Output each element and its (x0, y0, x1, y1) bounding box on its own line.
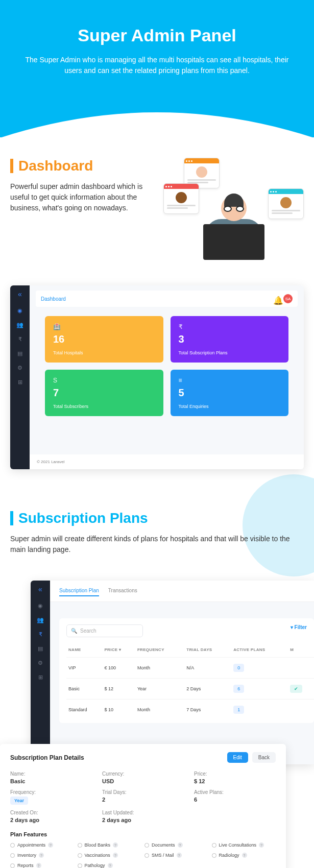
help-icon[interactable]: ? (113, 853, 118, 858)
filter-button[interactable]: ▾ Filter (291, 624, 307, 637)
tab-subscription-plan[interactable]: Subscription Plan (59, 586, 99, 596)
stat-label: Total Subscribers (53, 404, 155, 409)
notification-icon[interactable]: 🔔 (273, 296, 279, 302)
features-title: Plan Features (10, 831, 276, 837)
table-row[interactable]: Standard $ 10 Month 7 Days 1 (66, 700, 314, 720)
cell-name: Standard (66, 700, 102, 720)
feature-pathology: Pathology? (78, 863, 142, 868)
sidebar-item-settings[interactable]: ⚙ (16, 364, 23, 371)
sidebar-collapse-icon[interactable]: « (16, 291, 23, 298)
sidebar-item-dashboard[interactable]: ◉ (16, 307, 23, 314)
sidebar-item-settings[interactable]: ⚙ (37, 659, 44, 666)
label-name: Name: (10, 771, 92, 777)
label-frequency: Frequency: (10, 789, 92, 795)
value-price: $ 12 (194, 778, 276, 784)
sidebar-item-more[interactable]: ⊞ (37, 673, 44, 681)
hero-curve (0, 107, 314, 138)
breadcrumb-link[interactable]: Dashboard (41, 296, 66, 302)
feature-appointments: Appointments? (10, 842, 75, 848)
section-accent-bar (10, 511, 13, 525)
section-title-dashboard: Dashboard (18, 158, 93, 174)
stat-hospitals[interactable]: 🏥 16 Total Hospitals (45, 316, 163, 363)
help-icon[interactable]: ? (259, 842, 264, 848)
stat-label: Total Subscription Plans (179, 350, 281, 355)
table-row[interactable]: VIP € 100 Month N/A 0 (66, 658, 314, 679)
stat-plans[interactable]: ₹ 3 Total Subscription Plans (171, 316, 289, 363)
label-trial: Trial Days: (102, 789, 184, 795)
sidebar: « ◉ 👥 ₹ ▤ ⚙ ⊞ (10, 285, 30, 469)
feature-live-consultations: Live Consultations? (212, 842, 276, 848)
back-button[interactable]: Back (252, 752, 276, 763)
cell-price: $ 10 (102, 700, 135, 720)
help-icon[interactable]: ? (108, 863, 113, 868)
app-footer: © 2021 Laravel (30, 454, 304, 469)
value-frequency: Year (10, 797, 92, 805)
stat-enquiries[interactable]: ≡ 5 Total Enquiries (171, 370, 289, 416)
sidebar-item-plans[interactable]: ₹ (16, 335, 23, 343)
sidebar-item-list[interactable]: ▤ (16, 350, 23, 357)
plans-app-window: « ◉ 👥 ₹ ▤ ⚙ ⊞ Subscription Plan Transact… (31, 581, 314, 764)
sidebar-item-list[interactable]: ▤ (37, 645, 44, 652)
user-avatar[interactable]: SA (283, 294, 293, 303)
sidebar-item-plans[interactable]: ₹ (37, 631, 44, 638)
col-active[interactable]: ACTIVE PLANS (231, 642, 288, 658)
stat-value: 3 (179, 333, 281, 345)
feature-sms-mail: SMS / Mail? (144, 853, 209, 858)
hero-title: Super Admin Panel (15, 26, 299, 45)
detail-fields: Name:Basic Currency:USD Price:$ 12 Frequ… (10, 771, 276, 823)
sidebar-item-more[interactable]: ⊞ (16, 378, 23, 385)
feature-radiology: Radiology? (212, 853, 276, 858)
hero-subtitle: The Super Admin who is managing all the … (19, 55, 295, 76)
rupee-icon: ₹ (179, 323, 281, 330)
value-trial: 2 (102, 797, 184, 803)
help-icon[interactable]: ? (36, 863, 41, 868)
value-active: 6 (194, 797, 276, 803)
search-input[interactable]: 🔍 Search (66, 624, 143, 637)
plans-table-card: 🔍 Search ▾ Filter NAME PRICE ▾ FREQUENCY… (59, 618, 314, 723)
label-active: Active Plans: (194, 789, 276, 795)
sidebar-item-dashboard[interactable]: ◉ (37, 602, 44, 609)
col-name[interactable]: NAME (66, 642, 102, 658)
feature-inventory: Inventory? (10, 853, 75, 858)
sidebar-item-users[interactable]: 👥 (16, 321, 23, 328)
cell-price: $ 12 (102, 679, 135, 700)
plan-detail-card: Subscription Plan Details Edit Back Name… (0, 744, 286, 868)
label-currency: Currency: (102, 771, 184, 777)
search-placeholder: Search (80, 628, 96, 634)
tabs: Subscription Plan Transactions (50, 581, 314, 602)
feature-reports: Reports? (10, 863, 75, 868)
cell-active: 0 (231, 658, 288, 679)
help-icon[interactable]: ? (242, 853, 247, 858)
illust-person (198, 196, 270, 260)
dashboard-illustration (163, 158, 304, 260)
help-icon[interactable]: ? (113, 842, 118, 848)
col-trial[interactable]: TRIAL DAYS (184, 642, 231, 658)
cell-name: Basic (66, 679, 102, 700)
cell-price: € 100 (102, 658, 135, 679)
illust-window-3 (268, 188, 304, 219)
help-icon[interactable]: ? (177, 853, 182, 858)
sidebar-item-users[interactable]: 👥 (37, 616, 44, 623)
hospital-icon: 🏥 (53, 323, 155, 330)
table-row[interactable]: Basic $ 12 Year 2 Days 6 ✔ (66, 679, 314, 700)
col-frequency[interactable]: FREQUENCY (135, 642, 184, 658)
help-icon[interactable]: ? (39, 853, 44, 858)
label-updated: Last Updated: (102, 810, 184, 815)
help-icon[interactable]: ? (48, 842, 53, 848)
value-name: Basic (10, 778, 92, 784)
stat-value: 7 (53, 387, 155, 399)
cell-freq: Month (135, 700, 184, 720)
stat-subscribers[interactable]: S 7 Total Subscribers (45, 370, 163, 416)
edit-button[interactable]: Edit (227, 752, 248, 763)
tab-transactions[interactable]: Transactions (108, 586, 137, 596)
col-price[interactable]: PRICE ▾ (102, 642, 135, 658)
cell-active: 1 (231, 700, 288, 720)
col-m[interactable]: M (288, 642, 314, 658)
help-icon[interactable]: ? (178, 842, 183, 848)
breadcrumb-bar: Dashboard 🔔 SA (36, 291, 298, 307)
feature-documents: Documents? (144, 842, 209, 848)
stat-label: Total Hospitals (53, 350, 155, 355)
sidebar-collapse-icon[interactable]: « (37, 586, 44, 593)
section-dashboard: Dashboard Powerful super admin dashboard… (0, 137, 314, 270)
cell-freq: Year (135, 679, 184, 700)
